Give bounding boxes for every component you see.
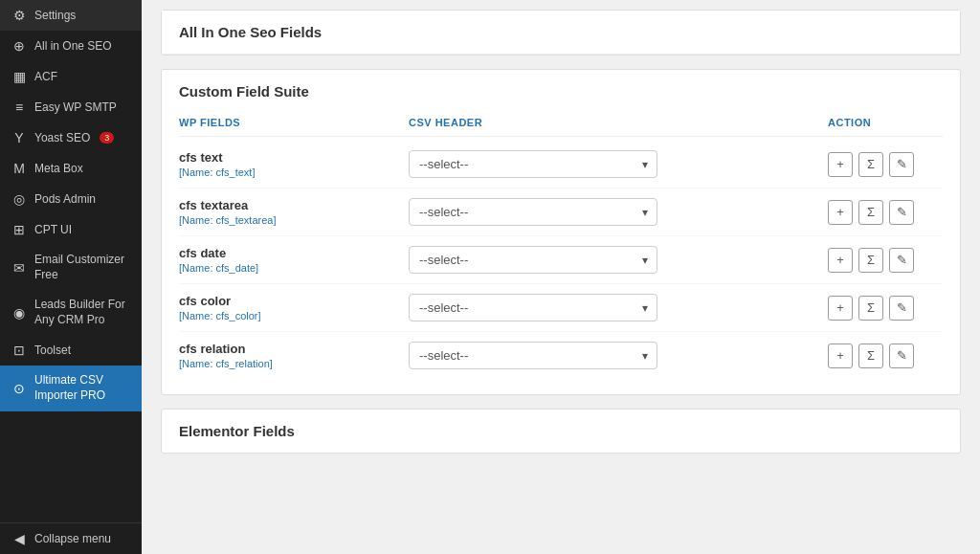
csv-select[interactable]: --select-- — [409, 150, 657, 178]
collapse-label: Collapse menu — [34, 532, 111, 545]
field-info: cfs relation [Name: cfs_relation] — [179, 342, 409, 369]
action-buttons: + Σ ✎ — [828, 200, 943, 225]
header-csv-header: CSV HEADER — [409, 117, 828, 128]
header-wp-fields: WP FIELDS — [179, 117, 409, 128]
action-buttons: + Σ ✎ — [828, 248, 943, 273]
csv-header-cell: --select-- — [409, 198, 828, 226]
edit-button[interactable]: ✎ — [889, 296, 914, 321]
add-button[interactable]: + — [828, 296, 853, 321]
toolset-icon: ⊡ — [11, 343, 27, 358]
field-meta: [Name: cfs_text] — [179, 166, 409, 178]
edit-button[interactable]: ✎ — [889, 248, 914, 273]
sum-button[interactable]: Σ — [858, 296, 883, 321]
csv-select[interactable]: --select-- — [409, 342, 657, 369]
table-row: cfs relation [Name: cfs_relation] --sele… — [179, 332, 943, 379]
select-wrapper: --select-- — [409, 246, 657, 274]
add-button[interactable]: + — [828, 200, 853, 225]
csv-icon: ⊙ — [11, 381, 27, 396]
sidebar-item-label: Ultimate CSV Importer PRO — [34, 373, 130, 403]
action-buttons: + Σ ✎ — [828, 343, 943, 368]
add-button[interactable]: + — [828, 248, 853, 273]
select-wrapper: --select-- — [409, 150, 657, 178]
sidebar-item-easy-wp-smtp[interactable]: ≡ Easy WP SMTP — [0, 92, 142, 122]
select-wrapper: --select-- — [409, 198, 657, 226]
sidebar-item-leads-builder[interactable]: ◉ Leads Builder For Any CRM Pro — [0, 290, 142, 335]
csv-select[interactable]: --select-- — [409, 294, 657, 321]
all-in-one-seo-section: All In One Seo Fields — [161, 10, 961, 55]
action-buttons: + Σ ✎ — [828, 296, 943, 321]
table-row: cfs textarea [Name: cfs_textarea] --sele… — [179, 188, 943, 236]
field-info: cfs textarea [Name: cfs_textarea] — [179, 198, 409, 226]
sidebar-item-meta-box[interactable]: M Meta Box — [0, 153, 142, 184]
custom-field-suite-section: Custom Field Suite WP FIELDS CSV HEADER … — [161, 69, 961, 395]
cpt-icon: ⊞ — [11, 222, 27, 237]
csv-header-cell: --select-- — [409, 150, 828, 178]
sidebar: ⚙ Settings ⊕ All in One SEO ▦ ACF ≡ Easy… — [0, 0, 142, 554]
field-meta: [Name: cfs_color] — [179, 310, 409, 321]
edit-button[interactable]: ✎ — [889, 200, 914, 225]
field-name: cfs relation — [179, 342, 409, 356]
sum-button[interactable]: Σ — [858, 343, 883, 368]
all-in-one-seo-icon: ⊕ — [11, 38, 27, 54]
csv-select[interactable]: --select-- — [409, 198, 657, 226]
sidebar-item-toolset[interactable]: ⊡ Toolset — [0, 335, 142, 366]
leads-icon: ◉ — [11, 305, 27, 321]
sidebar-item-label: All in One SEO — [34, 39, 112, 53]
csv-select[interactable]: --select-- — [409, 246, 657, 274]
elementor-title: Elementor Fields — [162, 410, 960, 453]
pods-icon: ◎ — [11, 191, 27, 207]
sidebar-item-email-customizer[interactable]: ✉ Email Customizer Free — [0, 245, 142, 290]
sidebar-item-label: CPT UI — [34, 223, 72, 236]
sidebar-collapse[interactable]: ◀ Collapse menu — [0, 522, 142, 554]
sidebar-item-pods-admin[interactable]: ◎ Pods Admin — [0, 184, 142, 214]
field-meta: [Name: cfs_date] — [179, 262, 409, 274]
add-button[interactable]: + — [828, 343, 853, 368]
elementor-fields-section: Elementor Fields — [161, 409, 961, 454]
sidebar-item-label: ACF — [34, 70, 57, 83]
field-meta: [Name: cfs_textarea] — [179, 214, 409, 226]
collapse-icon: ◀ — [11, 531, 27, 546]
edit-button[interactable]: ✎ — [889, 343, 914, 368]
select-wrapper: --select-- — [409, 294, 657, 321]
meta-box-icon: M — [11, 161, 27, 176]
field-name: cfs date — [179, 246, 409, 260]
csv-header-cell: --select-- — [409, 294, 828, 321]
field-name: cfs color — [179, 294, 409, 308]
table-row: cfs color [Name: cfs_color] --select-- +… — [179, 284, 943, 332]
sidebar-item-ultimate-csv[interactable]: ⊙ Ultimate CSV Importer PRO — [0, 366, 142, 410]
settings-icon: ⚙ — [11, 8, 27, 23]
field-name: cfs text — [179, 150, 409, 165]
main-content: All In One Seo Fields Custom Field Suite… — [142, 0, 980, 554]
table-header: WP FIELDS CSV HEADER ACTION — [179, 109, 943, 137]
edit-button[interactable]: ✎ — [889, 152, 914, 177]
sidebar-item-settings[interactable]: ⚙ Settings — [0, 0, 142, 31]
sidebar-item-label: Yoast SEO — [34, 131, 90, 144]
sidebar-item-label: Meta Box — [34, 162, 83, 175]
table-row: cfs text [Name: cfs_text] --select-- + Σ — [179, 141, 943, 188]
header-action: ACTION — [828, 117, 943, 128]
sidebar-item-yoast-seo[interactable]: Y Yoast SEO 3 — [0, 122, 142, 153]
field-info: cfs color [Name: cfs_color] — [179, 294, 409, 321]
field-info: cfs text [Name: cfs_text] — [179, 150, 409, 178]
cfs-title: Custom Field Suite — [162, 70, 960, 109]
csv-header-cell: --select-- — [409, 342, 828, 369]
yoast-icon: Y — [11, 130, 27, 145]
field-info: cfs date [Name: cfs_date] — [179, 246, 409, 274]
add-button[interactable]: + — [828, 152, 853, 177]
sum-button[interactable]: Σ — [858, 200, 883, 225]
action-buttons: + Σ ✎ — [828, 152, 943, 177]
sidebar-item-cpt-ui[interactable]: ⊞ CPT UI — [0, 214, 142, 245]
sidebar-item-acf[interactable]: ▦ ACF — [0, 61, 142, 92]
sum-button[interactable]: Σ — [858, 152, 883, 177]
fields-table-wrapper: WP FIELDS CSV HEADER ACTION cfs text [Na… — [162, 109, 960, 394]
acf-icon: ▦ — [11, 69, 27, 84]
sidebar-item-label: Settings — [34, 9, 76, 22]
yoast-badge: 3 — [100, 132, 114, 144]
sidebar-item-label: Pods Admin — [34, 192, 96, 206]
sidebar-item-label: Email Customizer Free — [34, 253, 130, 282]
email-icon: ✉ — [11, 260, 27, 276]
sidebar-item-all-in-one-seo[interactable]: ⊕ All in One SEO — [0, 31, 142, 61]
field-name: cfs textarea — [179, 198, 409, 212]
sum-button[interactable]: Σ — [858, 248, 883, 273]
table-row: cfs date [Name: cfs_date] --select-- + Σ — [179, 236, 943, 284]
